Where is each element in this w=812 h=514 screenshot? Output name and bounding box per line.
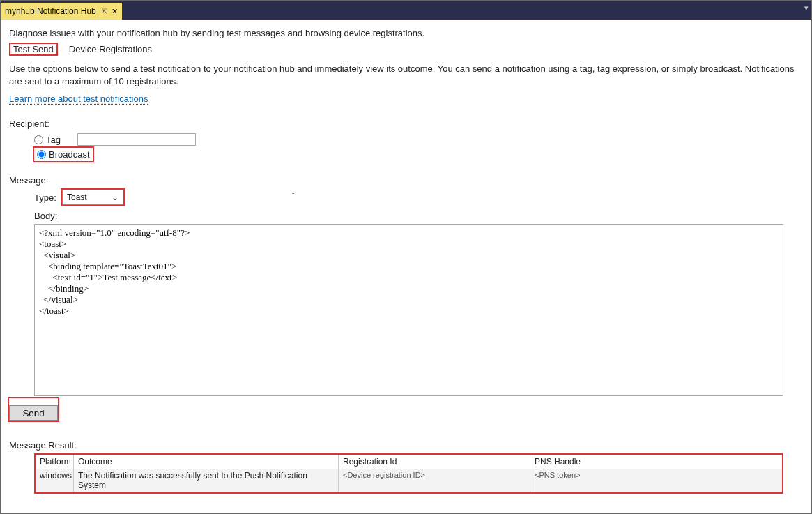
subtabs: Test Send Device Registrations [9,43,803,56]
annotation-mark: - [292,189,294,197]
type-select[interactable]: Toast ⌄ [62,190,123,205]
title-bar: mynhub Notification Hub ⇱ ✕ ▾ [1,1,811,20]
cell-registration: <Device registration ID> [339,469,530,492]
recipient-label: Recipient: [9,119,803,129]
tag-radio-label: Tag [46,135,61,145]
col-platform: Platform [36,455,74,469]
result-label: Message Result: [9,440,803,451]
tab-title: mynhub Notification Hub [5,6,96,16]
col-registration: Registration Id [339,455,530,469]
cell-outcome: The Notification was successfully sent t… [74,469,339,492]
table-header-row: Platform Outcome Registration Id PNS Han… [36,455,782,469]
body-label: Body: [34,211,803,221]
recipient-broadcast-row: Broadcast [34,148,803,161]
page-description: Diagnose issues with your notification h… [9,28,803,38]
col-pns: PNS Handle [530,455,782,469]
close-icon[interactable]: ✕ [112,7,118,16]
tag-input[interactable] [77,133,196,146]
tab-test-send[interactable]: Test Send [9,43,58,56]
col-outcome: Outcome [74,455,339,469]
send-button[interactable]: Send [9,405,58,421]
message-label: Message: [9,175,803,186]
document-tab[interactable]: mynhub Notification Hub ⇱ ✕ [1,3,122,20]
tab-device-registrations[interactable]: Device Registrations [69,43,152,56]
result-table: Platform Outcome Registration Id PNS Han… [34,453,783,494]
pin-icon[interactable]: ⇱ [102,8,107,15]
type-row: Type: Toast ⌄ - [34,190,803,205]
recipient-tag-row: Tag [34,133,803,146]
learn-more-link[interactable]: Learn more about test notifications [9,93,148,105]
tag-radio[interactable] [34,135,43,144]
help-text: Use the options below to send a test not… [9,63,803,88]
broadcast-radio[interactable] [37,150,46,159]
table-row: windows The Notification was successfull… [36,469,782,492]
type-value: Toast [67,192,87,202]
chevron-down-icon: ⌄ [112,192,118,202]
cell-platform: windows [36,469,74,492]
type-label: Type: [34,192,62,203]
window-menu-icon[interactable]: ▾ [804,3,809,13]
body-textarea[interactable] [34,224,783,396]
broadcast-radio-label: Broadcast [49,149,90,160]
cell-pns: <PNS token> [530,469,782,492]
